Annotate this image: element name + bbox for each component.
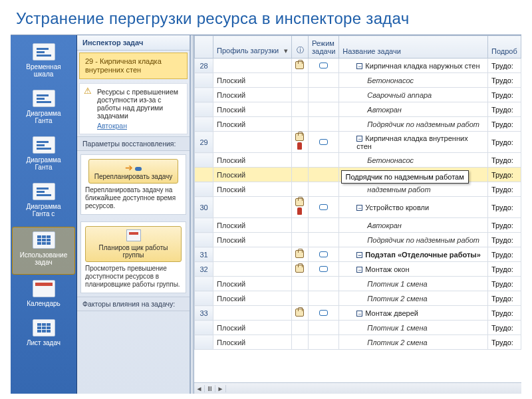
indicators-cell[interactable] (292, 335, 309, 350)
details-cell[interactable]: Трудо: (488, 88, 521, 102)
mode-cell[interactable] (309, 59, 339, 73)
taskname-cell[interactable]: Плотник 1 смена (339, 277, 488, 291)
taskname-cell[interactable]: Автокран (339, 218, 488, 233)
indicators-cell[interactable] (292, 182, 309, 197)
outline-toggle-icon[interactable]: − (356, 267, 362, 273)
row-number-cell[interactable] (195, 233, 213, 247)
table-row-resource[interactable]: Плоскийнадземным работТрудо: (195, 182, 521, 197)
taskname-cell[interactable]: Плотник 1 смена (339, 321, 488, 335)
mode-cell[interactable] (309, 182, 339, 197)
nav-item-2[interactable]: Диаграмма Ганта (11, 132, 76, 179)
mode-cell[interactable] (309, 306, 339, 321)
profile-cell[interactable] (213, 262, 292, 277)
details-cell[interactable]: Трудо: (488, 277, 521, 291)
row-number-cell[interactable] (195, 168, 213, 182)
row-number-cell[interactable] (195, 335, 213, 350)
outline-toggle-icon[interactable]: − (356, 205, 362, 211)
mode-cell[interactable] (309, 153, 339, 168)
mode-cell[interactable] (309, 277, 339, 291)
table-row-resource[interactable]: ПлоскийАвтокранТрудо: (195, 218, 521, 233)
taskname-cell[interactable]: Плотник 2 смена (339, 291, 488, 306)
table-row-task[interactable]: 33−Монтаж дверейТрудо: (195, 306, 521, 321)
indicators-cell[interactable] (292, 73, 309, 88)
indicators-cell[interactable] (292, 132, 309, 153)
mode-cell[interactable] (309, 321, 339, 335)
mode-cell[interactable] (309, 102, 339, 117)
details-cell[interactable]: Трудо: (488, 262, 521, 277)
taskname-cell[interactable]: Бетононасос (339, 153, 488, 168)
table-row-resource[interactable]: ПлоскийБетононасосТрудо: (195, 73, 521, 88)
table-row-resource[interactable]: ПлоскийПодрядчик по надземным работТрудо… (195, 233, 521, 247)
indicators-cell[interactable] (292, 233, 309, 247)
col-indicators[interactable]: ⓘ (292, 36, 309, 59)
row-number-cell[interactable]: 31 (195, 247, 213, 262)
row-number-cell[interactable] (195, 291, 213, 306)
row-number-cell[interactable] (195, 88, 213, 102)
taskname-cell[interactable]: Подрядчик по надземным работ (339, 233, 488, 247)
mode-cell[interactable] (309, 262, 339, 277)
profile-cell[interactable] (213, 132, 292, 153)
row-number-cell[interactable] (195, 182, 213, 197)
mode-cell[interactable] (309, 73, 339, 88)
nav-item-0[interactable]: Временная шкала (11, 39, 76, 86)
reschedule-button[interactable]: ➔ Перепланировать задачу (88, 159, 179, 184)
taskname-cell[interactable]: −Монтаж дверей (339, 306, 488, 321)
details-cell[interactable]: Трудо: (488, 132, 521, 153)
col-taskname[interactable]: Название задачи (339, 36, 488, 59)
row-number-cell[interactable] (195, 102, 213, 117)
details-cell[interactable]: Трудо: (488, 218, 521, 233)
scroll-left-step-icon[interactable]: Ⅲ (205, 385, 215, 392)
profile-cell[interactable] (213, 306, 292, 321)
indicators-cell[interactable] (292, 277, 309, 291)
scroll-right-icon[interactable]: ► (215, 385, 226, 392)
taskname-cell[interactable]: надземным работ (339, 182, 488, 197)
taskname-cell[interactable]: Подрядчик по надземным работ (339, 117, 488, 132)
details-cell[interactable]: Трудо: (488, 73, 521, 88)
col-mode[interactable]: Режим задачи (309, 36, 339, 59)
outline-toggle-icon[interactable]: − (356, 311, 362, 317)
indicators-cell[interactable] (292, 262, 309, 277)
nav-item-4[interactable]: Использование задач (12, 227, 75, 275)
taskname-cell[interactable]: Сварочный аппара (339, 88, 488, 102)
mode-cell[interactable] (309, 132, 339, 153)
col-details[interactable]: Подроб (488, 36, 521, 59)
indicators-cell[interactable] (292, 168, 309, 182)
mode-cell[interactable] (309, 218, 339, 233)
details-cell[interactable]: Трудо: (488, 117, 521, 132)
taskname-cell[interactable]: −Подэтап «Отделочные работы» (339, 247, 488, 262)
profile-cell[interactable]: Плоский (213, 102, 292, 117)
horizontal-scrollbar[interactable]: ◄ Ⅲ ► (194, 382, 521, 394)
profile-cell[interactable]: Плоский (213, 73, 292, 88)
indicators-cell[interactable] (292, 247, 309, 262)
indicators-cell[interactable] (292, 88, 309, 102)
outline-toggle-icon[interactable]: − (356, 136, 362, 142)
table-row-task[interactable]: 32−Монтаж оконТрудо: (195, 262, 521, 277)
mode-cell[interactable] (309, 233, 339, 247)
details-cell[interactable]: Трудо: (488, 291, 521, 306)
outline-toggle-icon[interactable]: − (356, 252, 362, 258)
row-number-cell[interactable] (195, 321, 213, 335)
table-row-task[interactable]: 29−Кирпичная кладка внутренних стенТрудо… (195, 132, 521, 153)
row-number-cell[interactable]: 32 (195, 262, 213, 277)
table-row-task[interactable]: 31−Подэтап «Отделочные работы»Трудо: (195, 247, 521, 262)
indicators-cell[interactable] (292, 306, 309, 321)
table-row-resource[interactable]: ПлоскийПодрядчик по надземным работТрудо… (195, 117, 521, 132)
teamplanner-button[interactable]: Планиров щик работы группы (85, 226, 182, 262)
table-row-task[interactable]: 28−Кирпичная кладка наружных стенТрудо: (195, 59, 521, 73)
indicators-cell[interactable] (292, 117, 309, 132)
mode-cell[interactable] (309, 291, 339, 306)
profile-cell[interactable]: Плоский (213, 335, 292, 350)
taskname-cell[interactable]: Бетононасос (339, 73, 488, 88)
profile-cell[interactable] (213, 247, 292, 262)
mode-cell[interactable] (309, 88, 339, 102)
nav-item-1[interactable]: Диаграмма Ганта (11, 86, 76, 132)
row-number-cell[interactable] (195, 277, 213, 291)
details-cell[interactable]: Трудо: (488, 247, 521, 262)
details-cell[interactable]: Трудо: (488, 168, 521, 182)
nav-item-6[interactable]: Лист задач (11, 315, 76, 354)
scroll-left-icon[interactable]: ◄ (194, 385, 205, 392)
taskname-cell[interactable]: −Кирпичная кладка наружных стен (339, 59, 488, 73)
outline-toggle-icon[interactable]: − (356, 63, 362, 69)
profile-cell[interactable]: Плоский (213, 321, 292, 335)
row-number-cell[interactable] (195, 218, 213, 233)
